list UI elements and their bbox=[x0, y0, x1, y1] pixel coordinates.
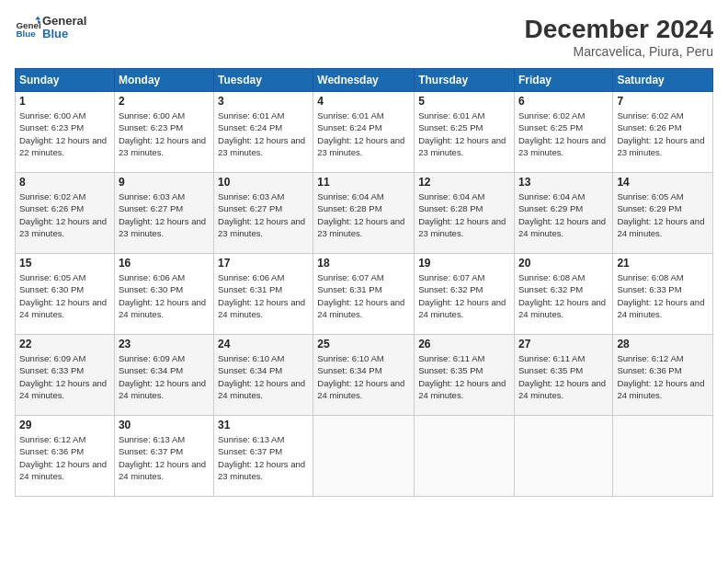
table-row: 14 Sunrise: 6:05 AMSunset: 6:29 PMDaylig… bbox=[613, 173, 713, 254]
calendar-header-row: Sunday Monday Tuesday Wednesday Thursday… bbox=[16, 69, 713, 92]
table-row: 5 Sunrise: 6:01 AMSunset: 6:25 PMDayligh… bbox=[415, 92, 515, 173]
day-info: Sunrise: 6:05 AMSunset: 6:30 PMDaylight:… bbox=[19, 272, 107, 319]
day-info: Sunrise: 6:07 AMSunset: 6:31 PMDaylight:… bbox=[317, 272, 404, 319]
col-thursday: Thursday bbox=[415, 69, 515, 92]
day-info: Sunrise: 6:11 AMSunset: 6:35 PMDaylight:… bbox=[418, 353, 506, 400]
table-row: 27 Sunrise: 6:11 AMSunset: 6:35 PMDaylig… bbox=[514, 335, 612, 416]
day-info: Sunrise: 6:02 AMSunset: 6:26 PMDaylight:… bbox=[617, 110, 704, 157]
table-row: 28 Sunrise: 6:12 AMSunset: 6:36 PMDaylig… bbox=[613, 335, 713, 416]
day-info: Sunrise: 6:12 AMSunset: 6:36 PMDaylight:… bbox=[617, 353, 704, 400]
day-number: 23 bbox=[119, 338, 210, 350]
day-info: Sunrise: 6:02 AMSunset: 6:25 PMDaylight:… bbox=[518, 110, 606, 157]
table-row: 7 Sunrise: 6:02 AMSunset: 6:26 PMDayligh… bbox=[613, 92, 713, 173]
day-info: Sunrise: 6:08 AMSunset: 6:33 PMDaylight:… bbox=[617, 272, 704, 319]
day-number: 15 bbox=[19, 257, 110, 270]
table-row: 22 Sunrise: 6:09 AMSunset: 6:33 PMDaylig… bbox=[16, 335, 115, 416]
day-number: 20 bbox=[518, 257, 609, 270]
calendar-row: 1 Sunrise: 6:00 AMSunset: 6:23 PMDayligh… bbox=[16, 92, 713, 173]
page: General Blue General Blue December 2024 … bbox=[0, 0, 728, 563]
table-row: 1 Sunrise: 6:00 AMSunset: 6:23 PMDayligh… bbox=[16, 92, 115, 173]
table-row: 24 Sunrise: 6:10 AMSunset: 6:34 PMDaylig… bbox=[214, 335, 313, 416]
day-info: Sunrise: 6:09 AMSunset: 6:34 PMDaylight:… bbox=[119, 353, 206, 400]
calendar-row: 22 Sunrise: 6:09 AMSunset: 6:33 PMDaylig… bbox=[16, 335, 713, 416]
day-number: 2 bbox=[119, 95, 210, 108]
day-number: 5 bbox=[418, 95, 510, 108]
table-row: 3 Sunrise: 6:01 AMSunset: 6:24 PMDayligh… bbox=[214, 92, 313, 173]
day-number: 27 bbox=[518, 338, 609, 350]
day-info: Sunrise: 6:01 AMSunset: 6:24 PMDaylight:… bbox=[317, 110, 404, 157]
location: Marcavelica, Piura, Peru bbox=[525, 44, 713, 59]
day-info: Sunrise: 6:01 AMSunset: 6:25 PMDaylight:… bbox=[418, 110, 506, 157]
day-number: 28 bbox=[617, 338, 709, 350]
logo-blue: Blue bbox=[42, 28, 86, 40]
day-number: 31 bbox=[218, 419, 309, 431]
col-saturday: Saturday bbox=[613, 69, 713, 92]
table-row: 17 Sunrise: 6:06 AMSunset: 6:31 PMDaylig… bbox=[214, 254, 313, 335]
day-number: 9 bbox=[119, 176, 210, 189]
day-info: Sunrise: 6:08 AMSunset: 6:32 PMDaylight:… bbox=[518, 272, 606, 319]
col-wednesday: Wednesday bbox=[313, 69, 415, 92]
table-row: 30 Sunrise: 6:13 AMSunset: 6:37 PMDaylig… bbox=[114, 416, 213, 497]
day-info: Sunrise: 6:10 AMSunset: 6:34 PMDaylight:… bbox=[218, 353, 305, 400]
table-row bbox=[514, 416, 612, 497]
day-info: Sunrise: 6:02 AMSunset: 6:26 PMDaylight:… bbox=[19, 191, 107, 238]
svg-text:Blue: Blue bbox=[16, 29, 36, 39]
col-friday: Friday bbox=[514, 69, 612, 92]
day-number: 1 bbox=[19, 95, 110, 108]
day-number: 24 bbox=[218, 338, 309, 350]
table-row: 15 Sunrise: 6:05 AMSunset: 6:30 PMDaylig… bbox=[16, 254, 115, 335]
header: General Blue General Blue December 2024 … bbox=[15, 15, 713, 59]
day-number: 10 bbox=[218, 176, 309, 189]
table-row: 12 Sunrise: 6:04 AMSunset: 6:28 PMDaylig… bbox=[415, 173, 515, 254]
day-info: Sunrise: 6:04 AMSunset: 6:28 PMDaylight:… bbox=[317, 191, 404, 238]
day-info: Sunrise: 6:11 AMSunset: 6:35 PMDaylight:… bbox=[518, 353, 606, 400]
table-row: 2 Sunrise: 6:00 AMSunset: 6:23 PMDayligh… bbox=[114, 92, 213, 173]
month-title: December 2024 bbox=[525, 15, 713, 44]
day-info: Sunrise: 6:04 AMSunset: 6:28 PMDaylight:… bbox=[418, 191, 506, 238]
day-number: 14 bbox=[617, 176, 709, 189]
table-row: 29 Sunrise: 6:12 AMSunset: 6:36 PMDaylig… bbox=[16, 416, 115, 497]
day-number: 18 bbox=[317, 257, 410, 270]
day-number: 12 bbox=[418, 176, 510, 189]
svg-marker-2 bbox=[35, 17, 40, 20]
table-row: 20 Sunrise: 6:08 AMSunset: 6:32 PMDaylig… bbox=[514, 254, 612, 335]
title-block: December 2024 Marcavelica, Piura, Peru bbox=[525, 15, 713, 59]
calendar: Sunday Monday Tuesday Wednesday Thursday… bbox=[15, 68, 713, 497]
day-info: Sunrise: 6:09 AMSunset: 6:33 PMDaylight:… bbox=[19, 353, 107, 400]
day-info: Sunrise: 6:07 AMSunset: 6:32 PMDaylight:… bbox=[418, 272, 506, 319]
day-info: Sunrise: 6:06 AMSunset: 6:31 PMDaylight:… bbox=[218, 272, 305, 319]
table-row bbox=[613, 416, 713, 497]
day-number: 11 bbox=[317, 176, 410, 189]
day-number: 25 bbox=[317, 338, 410, 350]
logo-general: General bbox=[42, 15, 86, 28]
table-row: 6 Sunrise: 6:02 AMSunset: 6:25 PMDayligh… bbox=[514, 92, 612, 173]
col-monday: Monday bbox=[114, 69, 213, 92]
day-number: 30 bbox=[119, 419, 210, 431]
day-info: Sunrise: 6:01 AMSunset: 6:24 PMDaylight:… bbox=[218, 110, 305, 157]
table-row: 8 Sunrise: 6:02 AMSunset: 6:26 PMDayligh… bbox=[16, 173, 115, 254]
table-row bbox=[415, 416, 515, 497]
day-info: Sunrise: 6:03 AMSunset: 6:27 PMDaylight:… bbox=[218, 191, 305, 238]
day-number: 6 bbox=[518, 95, 609, 108]
day-number: 26 bbox=[418, 338, 510, 350]
table-row bbox=[313, 416, 415, 497]
day-info: Sunrise: 6:06 AMSunset: 6:30 PMDaylight:… bbox=[119, 272, 206, 319]
table-row: 9 Sunrise: 6:03 AMSunset: 6:27 PMDayligh… bbox=[114, 173, 213, 254]
day-number: 21 bbox=[617, 257, 709, 270]
table-row: 26 Sunrise: 6:11 AMSunset: 6:35 PMDaylig… bbox=[415, 335, 515, 416]
day-number: 4 bbox=[317, 95, 410, 108]
day-number: 22 bbox=[19, 338, 110, 350]
table-row: 11 Sunrise: 6:04 AMSunset: 6:28 PMDaylig… bbox=[313, 173, 415, 254]
table-row: 4 Sunrise: 6:01 AMSunset: 6:24 PMDayligh… bbox=[313, 92, 415, 173]
day-number: 19 bbox=[418, 257, 510, 270]
table-row: 21 Sunrise: 6:08 AMSunset: 6:33 PMDaylig… bbox=[613, 254, 713, 335]
day-number: 8 bbox=[19, 176, 110, 189]
col-tuesday: Tuesday bbox=[214, 69, 313, 92]
table-row: 31 Sunrise: 6:13 AMSunset: 6:37 PMDaylig… bbox=[214, 416, 313, 497]
day-info: Sunrise: 6:03 AMSunset: 6:27 PMDaylight:… bbox=[119, 191, 206, 238]
day-info: Sunrise: 6:13 AMSunset: 6:37 PMDaylight:… bbox=[119, 434, 206, 481]
col-sunday: Sunday bbox=[16, 69, 115, 92]
day-info: Sunrise: 6:05 AMSunset: 6:29 PMDaylight:… bbox=[617, 191, 704, 238]
day-number: 29 bbox=[19, 419, 110, 431]
logo: General Blue General Blue bbox=[15, 15, 86, 41]
